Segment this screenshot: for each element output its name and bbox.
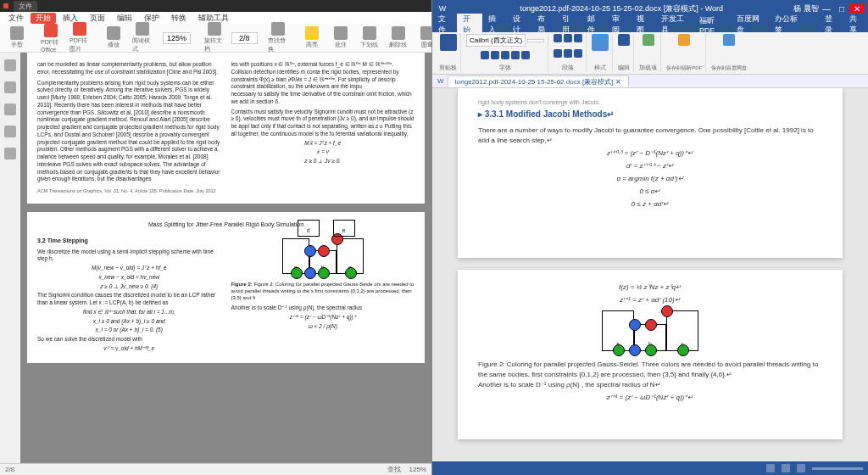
equation: z ≥ 0 ⊥ Jv ≥ 0. [231, 158, 415, 165]
equation: find x ∈ ℝᵐ such that, for all i = 1...m… [37, 309, 221, 316]
body-text: The Signorini condition causes the discr… [37, 292, 221, 307]
status-find[interactable]: 查找 [387, 465, 401, 474]
equation: z ≥ 0 ⊥ Jv_new ≥ 0. (4) [37, 283, 221, 291]
close-button[interactable]: ✕ [849, 4, 865, 14]
equation: x_i ≥ 0 and (Ax + b)_i ≥ 0 and [37, 318, 221, 326]
zoom-level[interactable]: 125% [163, 32, 191, 44]
align-right-icon[interactable] [574, 49, 582, 58]
equation: zʳ⁺¹ = (zʳ − ωD⁻¹(Nzʳ + q))⁺↵ [478, 393, 822, 403]
word-page-2: f(z) = ½ zᵀNz + zᵀq↵ zʳ⁺¹ = zʳ + αdʳ (10… [458, 270, 843, 439]
rotate-button[interactable]: 旋转文档 [201, 22, 228, 53]
body-text: There are a number of ways to modify Jac… [478, 126, 822, 146]
body-text: ies with positions x ∈ ℝ⁶ⁿ, external for… [231, 61, 415, 91]
font-name-select[interactable]: Calibri (西文正文) [466, 34, 526, 47]
body-text: So we can solve the discretized model wi… [37, 336, 221, 344]
underline-button[interactable]: 下划线 [356, 26, 383, 49]
read-mode[interactable]: 阅读模式 [129, 22, 156, 53]
find-icon[interactable] [618, 34, 630, 46]
body-text: Contacts must satisfy the velocity Signo… [231, 109, 415, 138]
italic-icon[interactable] [491, 51, 499, 59]
signature-icon[interactable] [4, 148, 16, 159]
figure-caption: Figure 2: Coloring for parallel projecte… [478, 360, 822, 380]
equation: M(v_new − v_old) = Jᵀz + hf_e [37, 265, 221, 272]
status-page[interactable]: 2/8 [5, 466, 14, 473]
page-header: Mass Splitting for Jitter-Free Parallel … [37, 221, 415, 228]
word-icon: W [436, 4, 449, 13]
status-zoom[interactable]: 125% [409, 466, 426, 473]
color-icon[interactable] [521, 51, 530, 59]
annotate-button[interactable]: 批注 [327, 26, 354, 49]
app-icon [3, 3, 8, 8]
baidu-icon[interactable] [723, 34, 735, 46]
equation: ẋ = v [231, 148, 415, 156]
word-page-1: rigid body systems don't converge with J… [458, 88, 843, 258]
thumbnails-icon[interactable] [4, 81, 16, 93]
pdf-to-image[interactable]: PDF转图片 [66, 22, 93, 53]
addin-icon[interactable] [643, 34, 654, 46]
menu-file[interactable]: 文件 [3, 13, 29, 24]
zoom-slider[interactable] [812, 467, 863, 470]
equation: x_i = 0 or (Ax + b)_i = 0. (5) [37, 327, 221, 334]
styles-icon[interactable] [592, 34, 609, 51]
clipboard-group: 剪贴板 [436, 34, 461, 72]
strike-icon[interactable] [511, 51, 520, 59]
tab-close-icon[interactable]: ✕ [615, 78, 621, 86]
addin-group: 加载项 [636, 34, 661, 72]
attachments-icon[interactable] [4, 126, 16, 137]
pdf-content-area: can be modelled as linear complementarit… [0, 53, 431, 463]
equation: 0 ≤ α↵ [478, 187, 822, 197]
bullets-icon[interactable] [554, 34, 562, 42]
pdf-sidebar [0, 53, 20, 463]
align-left-icon[interactable] [554, 49, 562, 58]
view-web-icon[interactable] [797, 464, 805, 472]
highlight-button[interactable]: 高亮 [298, 26, 326, 49]
view-print-icon[interactable] [782, 464, 790, 472]
pdf-statusbar: 2/8 查找 125% [0, 463, 431, 475]
body-text: We discretize the model using a semi-imp… [37, 249, 221, 264]
hand-tool[interactable]: 手型 [3, 26, 31, 49]
equation: zʳ⁺⁰·⁵ = (zʳ − D⁻¹(Nzʳ + q))⁺↵ [478, 148, 822, 159]
numbering-icon[interactable] [564, 34, 572, 42]
pdf-page-1: can be modelled as linear complementarit… [27, 53, 425, 204]
document-tabbar: W tonge2012.pdf-2024-10-25 15-25-02.docx… [432, 75, 868, 88]
word-ribbon: 剪贴板 Calibri (西文正文) 字体 段落 样式 编辑 加载项 [432, 32, 868, 75]
equation: x_new − x_old = hv_new [37, 274, 221, 282]
pdf-reader-window: 文件 文件 开始 插入 页面 编辑 保护 转换 辅助工具 手型 PDF转Offi… [0, 0, 432, 475]
figure-caption: Figure 2: Figure 2: Coloring for paralle… [231, 281, 415, 301]
figure-diagram: a b c [231, 238, 415, 274]
page-indicator[interactable]: 2/8 [231, 32, 258, 44]
user-name[interactable]: 杨 晨智 [793, 3, 819, 14]
equation: ω < 2 / ρ(N) [231, 323, 415, 331]
menu-convert[interactable]: 转换 [166, 13, 192, 24]
font-size-select[interactable] [527, 39, 544, 42]
foxit-icon[interactable] [678, 34, 690, 46]
indent-icon[interactable] [574, 34, 582, 42]
strikeout-button[interactable]: 删除线 [385, 26, 412, 49]
pdf-viewport[interactable]: can be modelled as linear complementarit… [20, 53, 431, 463]
font-group: Calibri (西文正文) 字体 [463, 34, 548, 72]
maximize-button[interactable]: □ [834, 4, 849, 14]
body-text: can be modelled as linear complementarit… [37, 61, 221, 76]
word-window: W tonge2012.pdf-2024-10-25 15-25-02.docx… [432, 0, 868, 475]
titlebar-tab[interactable]: 文件 [14, 1, 37, 12]
view-readmode-icon[interactable] [766, 464, 775, 472]
minimize-button[interactable]: — [819, 4, 834, 14]
bold-icon[interactable] [481, 51, 489, 59]
play-button[interactable]: 播放 [100, 26, 127, 49]
editing-group: 编辑 [615, 34, 634, 72]
bookmark-icon[interactable] [4, 59, 16, 71]
word-viewport[interactable]: rigid body systems don't converge with J… [432, 88, 868, 461]
word-menubar: 文件 开始 插入 设计 布局 引用 邮件 审阅 视图 开发工具 福昕PDF 百度… [432, 17, 868, 32]
pdf-to-office[interactable]: PDF转Office [37, 24, 64, 53]
paste-icon[interactable] [440, 34, 457, 51]
find-replace[interactable]: 查找替换 [264, 22, 292, 53]
align-center-icon[interactable] [564, 49, 572, 58]
body-text: necessary to satisfy the time derivative… [231, 91, 415, 106]
window-title: tonge2012.pdf-2024-10-25 15-25-02.docx [… [449, 3, 793, 14]
menu-start[interactable]: 开始 [31, 13, 56, 24]
comments-icon[interactable] [4, 103, 16, 115]
document-tab[interactable]: tonge2012.pdf-2024-10-25 15-25-02.docx [… [448, 75, 629, 87]
equation: f(z) = ½ zᵀNz + zᵀq↵ [478, 282, 822, 293]
equation: v⁰ = v_old + hM⁻¹f_e [37, 345, 221, 353]
underline-icon[interactable] [501, 51, 509, 59]
